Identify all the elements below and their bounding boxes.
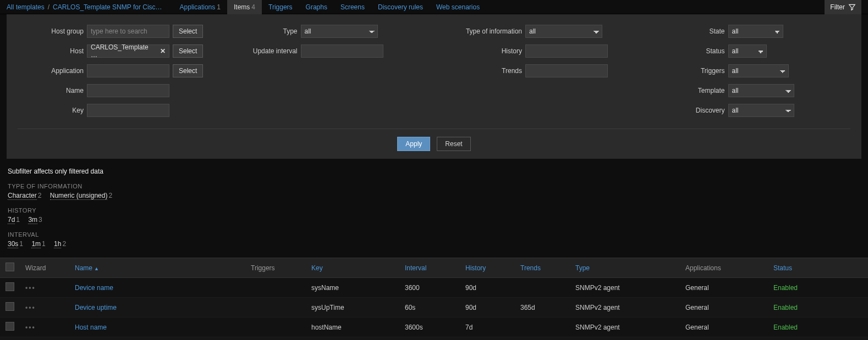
discovery-select[interactable]: all (728, 104, 794, 117)
host-group-input[interactable] (87, 25, 169, 38)
th-history[interactable]: History (460, 258, 515, 278)
status-link[interactable]: Enabled (773, 304, 798, 311)
cell-triggers (245, 298, 306, 317)
label-update-interval: Update interval (232, 47, 298, 55)
select-all-checkbox[interactable] (6, 263, 14, 271)
item-name-link[interactable]: Host name (75, 324, 107, 331)
subfilter-item[interactable]: 3m (28, 216, 37, 224)
apply-button[interactable]: Apply (397, 137, 430, 151)
cell-history: 90d (460, 337, 515, 341)
host-select-button[interactable]: Select (173, 44, 203, 58)
subfilter: Subfilter affects only filtered data TYP… (0, 159, 868, 252)
type-info-select[interactable]: all (525, 25, 602, 38)
subfilter-list: 7d1 3m3 (8, 216, 860, 224)
subfilter-count: 3 (39, 216, 42, 224)
label-host: Host (18, 47, 84, 55)
history-input[interactable] (525, 44, 608, 58)
tab-triggers[interactable]: Triggers (262, 0, 299, 14)
tab-label: Applications (180, 3, 216, 11)
th-key[interactable]: Key (306, 258, 399, 278)
wizard-menu-icon[interactable]: ••• (25, 304, 36, 311)
tab-items[interactable]: Items4 (227, 0, 262, 14)
th-triggers: Triggers (245, 258, 306, 278)
host-chip-text: CARLOS_Template … (91, 43, 157, 59)
cell-triggers (245, 317, 306, 337)
host-chip[interactable]: CARLOS_Template … ✕ (87, 44, 169, 58)
label-history: History (445, 47, 522, 55)
tab-discovery-rules[interactable]: Discovery rules (371, 0, 430, 14)
cell-interval: 60s (399, 298, 460, 317)
subfilter-item[interactable]: Character (8, 192, 37, 200)
cell-key: sysUpTime (306, 298, 399, 317)
host-chip-remove-icon[interactable]: ✕ (160, 47, 166, 55)
subfilter-list: 30s1 1m1 1h2 (8, 240, 860, 248)
key-input[interactable] (87, 104, 169, 117)
subfilter-title-row: Subfilter affects only filtered data (8, 168, 860, 175)
host-group-select-button[interactable]: Select (173, 25, 203, 38)
status-link[interactable]: Enabled (773, 284, 798, 292)
label-status: Status (659, 47, 725, 55)
filter-toggle[interactable]: Filter (825, 0, 861, 14)
application-input[interactable] (87, 64, 169, 77)
th-trends[interactable]: Trends (515, 258, 570, 278)
item-name-link[interactable]: Device name (75, 284, 113, 292)
trends-input[interactable] (525, 64, 608, 77)
th-interval[interactable]: Interval (399, 258, 460, 278)
row-checkbox[interactable] (6, 282, 14, 291)
th-type[interactable]: Type (570, 258, 680, 278)
row-checkbox[interactable] (6, 302, 14, 311)
row-checkbox[interactable] (6, 322, 14, 331)
sort-asc-icon: ▲ (94, 266, 99, 271)
breadcrumb: All templates / CARLOS_Template SNMP for… (7, 3, 162, 11)
filter-icon (848, 3, 856, 11)
filter-grid: Host group Select Host CARLOS_Template …… (18, 24, 850, 118)
cell-interval: 3600s (399, 317, 460, 337)
cell-type: SNMPv2 agent (570, 278, 680, 298)
type-select[interactable]: all (301, 25, 378, 38)
tab-screens[interactable]: Screens (334, 0, 371, 14)
state-select[interactable]: all (728, 25, 783, 38)
label-discovery: Discovery (659, 107, 725, 114)
label-template: Template (659, 87, 725, 94)
application-select-button[interactable]: Select (173, 64, 203, 77)
subfilter-item[interactable]: Numeric (unsigned) (50, 192, 108, 200)
breadcrumb-current[interactable]: CARLOS_Template SNMP for Cisc… (53, 3, 162, 11)
cell-interval: 3600 (399, 278, 460, 298)
label-type: Type (232, 27, 298, 35)
cell-key: hostName (306, 317, 399, 337)
subfilter-item[interactable]: 30s (8, 240, 18, 248)
subfilter-item[interactable]: 1m (31, 240, 41, 248)
cell-key: ipInReceives (306, 337, 399, 341)
tab-web-scenarios[interactable]: Web scenarios (430, 0, 486, 14)
item-name-link[interactable]: Device uptime (75, 304, 117, 311)
status-select[interactable]: all (728, 44, 767, 58)
name-input[interactable] (87, 84, 169, 97)
tab-label: Items (234, 3, 250, 11)
label-state: State (659, 27, 725, 35)
subfilter-item[interactable]: 7d (8, 216, 15, 224)
template-select[interactable]: all (728, 84, 794, 97)
tab-graphs[interactable]: Graphs (299, 0, 334, 14)
label-name: Name (18, 87, 84, 94)
wizard-menu-icon[interactable]: ••• (25, 324, 36, 331)
breadcrumb-sep: / (48, 3, 50, 11)
tab-applications[interactable]: Applications1 (173, 0, 227, 14)
breadcrumb-root[interactable]: All templates (7, 3, 45, 11)
reset-button[interactable]: Reset (437, 137, 470, 151)
triggers-select[interactable]: all (728, 64, 789, 77)
subfilter-group-history: HISTORY 7d1 3m3 (8, 207, 860, 224)
cell-trends (515, 317, 570, 337)
th-status[interactable]: Status (768, 258, 868, 278)
top-nav: All templates / CARLOS_Template SNMP for… (0, 0, 868, 14)
status-link[interactable]: Enabled (773, 324, 798, 331)
update-interval-input[interactable] (301, 44, 383, 58)
subfilter-item[interactable]: 1h (54, 240, 61, 248)
subfilter-heading: TYPE OF INFORMATION (8, 183, 860, 189)
cell-triggers (245, 278, 306, 298)
subfilter-count: 2 (38, 192, 42, 199)
subfilter-note: affects only filtered data (34, 168, 103, 175)
tab-label: Triggers (268, 3, 293, 11)
tab-label: Screens (340, 3, 365, 11)
th-name[interactable]: Name▲ (69, 258, 245, 278)
wizard-menu-icon[interactable]: ••• (25, 284, 36, 292)
